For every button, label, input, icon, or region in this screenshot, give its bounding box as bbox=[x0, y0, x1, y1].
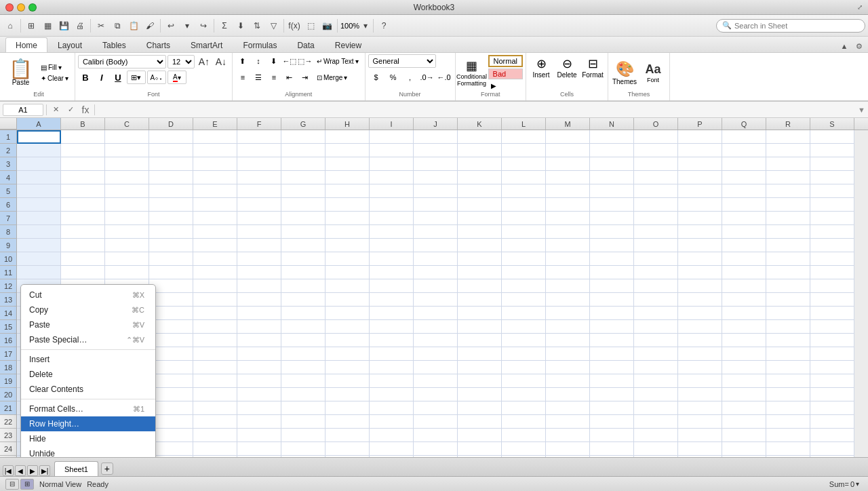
cell-I25[interactable] bbox=[370, 456, 414, 457]
cell-P1[interactable] bbox=[678, 130, 722, 144]
cell-M15[interactable] bbox=[546, 320, 590, 334]
cell-I16[interactable] bbox=[370, 334, 414, 347]
cell-H11[interactable] bbox=[326, 266, 370, 279]
cell-G9[interactable] bbox=[281, 239, 326, 252]
cell-N24[interactable] bbox=[590, 442, 634, 456]
cell-L14[interactable] bbox=[502, 307, 546, 320]
cell-G21[interactable] bbox=[281, 401, 326, 415]
cell-G10[interactable] bbox=[281, 252, 326, 266]
sheet-nav-last[interactable]: ▶| bbox=[39, 465, 50, 476]
row-header-19[interactable]: 19 bbox=[0, 374, 17, 388]
cell-F10[interactable] bbox=[237, 252, 281, 266]
cell-D8[interactable] bbox=[149, 225, 193, 239]
tab-charts[interactable]: Charts bbox=[136, 37, 180, 52]
cell-Q24[interactable] bbox=[722, 442, 766, 456]
cell-R9[interactable] bbox=[766, 239, 810, 252]
cell-J4[interactable] bbox=[414, 171, 458, 184]
merge-button[interactable]: ⊡ Merge ▾ bbox=[313, 71, 351, 84]
cell-R2[interactable] bbox=[766, 144, 810, 157]
cell-F18[interactable] bbox=[237, 361, 281, 374]
ctx-copy[interactable]: Copy ⌘C bbox=[21, 302, 155, 317]
cell-R16[interactable] bbox=[766, 334, 810, 347]
maximize-button[interactable] bbox=[28, 3, 37, 12]
camera-icon[interactable]: 📷 bbox=[319, 18, 334, 33]
cell-P14[interactable] bbox=[678, 307, 722, 320]
cell-G20[interactable] bbox=[281, 388, 326, 401]
cell-I23[interactable] bbox=[370, 429, 414, 442]
cell-J1[interactable] bbox=[414, 130, 458, 144]
cell-R15[interactable] bbox=[766, 320, 810, 334]
add-sheet-button[interactable]: + bbox=[101, 463, 113, 475]
cell-L18[interactable] bbox=[502, 361, 546, 374]
cell-E1[interactable] bbox=[193, 130, 237, 144]
cell-I6[interactable] bbox=[370, 198, 414, 212]
cell-N21[interactable] bbox=[590, 401, 634, 415]
cell-O17[interactable] bbox=[634, 347, 678, 361]
cell-D5[interactable] bbox=[149, 184, 193, 198]
cell-R18[interactable] bbox=[766, 361, 810, 374]
cell-J10[interactable] bbox=[414, 252, 458, 266]
cell-R10[interactable] bbox=[766, 252, 810, 266]
cell-K18[interactable] bbox=[458, 361, 502, 374]
resize-icon[interactable]: ⤢ bbox=[857, 3, 863, 11]
cell-N13[interactable] bbox=[590, 293, 634, 307]
cell-K1[interactable] bbox=[458, 130, 502, 144]
cell-B7[interactable] bbox=[61, 212, 105, 225]
row-header-2[interactable]: 2 bbox=[0, 144, 17, 157]
cell-K20[interactable] bbox=[458, 388, 502, 401]
cell-Q13[interactable] bbox=[722, 293, 766, 307]
cell-A6[interactable] bbox=[17, 198, 61, 212]
cell-J6[interactable] bbox=[414, 198, 458, 212]
cell-I8[interactable] bbox=[370, 225, 414, 239]
cell-C3[interactable] bbox=[105, 157, 149, 171]
cell-N25[interactable] bbox=[590, 456, 634, 457]
cell-K11[interactable] bbox=[458, 266, 502, 279]
cell-P12[interactable] bbox=[678, 279, 722, 293]
cell-H13[interactable] bbox=[326, 293, 370, 307]
sheet-nav-first[interactable]: |◀ bbox=[3, 465, 14, 476]
cell-R8[interactable] bbox=[766, 225, 810, 239]
cell-P6[interactable] bbox=[678, 198, 722, 212]
cell-G7[interactable] bbox=[281, 212, 326, 225]
cell-E18[interactable] bbox=[193, 361, 237, 374]
cell-S5[interactable] bbox=[810, 184, 854, 198]
zoom-dropdown-icon[interactable]: ▾ bbox=[361, 18, 370, 33]
cell-H5[interactable] bbox=[326, 184, 370, 198]
cell-B11[interactable] bbox=[61, 266, 105, 279]
redo-icon[interactable]: ↪ bbox=[196, 18, 211, 33]
ctx-paste[interactable]: Paste ⌘V bbox=[21, 317, 155, 332]
col-header-S[interactable]: S bbox=[810, 118, 854, 130]
cell-Q1[interactable] bbox=[722, 130, 766, 144]
cell-L4[interactable] bbox=[502, 171, 546, 184]
row-header-20[interactable]: 20 bbox=[0, 388, 17, 401]
cell-M8[interactable] bbox=[546, 225, 590, 239]
tab-tables[interactable]: Tables bbox=[92, 37, 136, 52]
cell-C10[interactable] bbox=[105, 252, 149, 266]
search-bar[interactable]: 🔍 bbox=[716, 19, 865, 33]
row-header-12[interactable]: 12 bbox=[0, 279, 17, 293]
cell-Q2[interactable] bbox=[722, 144, 766, 157]
cell-S8[interactable] bbox=[810, 225, 854, 239]
cell-Q22[interactable] bbox=[722, 415, 766, 429]
row-header-14[interactable]: 14 bbox=[0, 307, 17, 320]
cell-K9[interactable] bbox=[458, 239, 502, 252]
clear-button[interactable]: ✦ Clear ▾ bbox=[37, 73, 72, 83]
cell-N23[interactable] bbox=[590, 429, 634, 442]
cell-K5[interactable] bbox=[458, 184, 502, 198]
cell-N19[interactable] bbox=[590, 374, 634, 388]
cell-S18[interactable] bbox=[810, 361, 854, 374]
cell-I14[interactable] bbox=[370, 307, 414, 320]
cell-K15[interactable] bbox=[458, 320, 502, 334]
cell-I3[interactable] bbox=[370, 157, 414, 171]
cell-O8[interactable] bbox=[634, 225, 678, 239]
cell-F17[interactable] bbox=[237, 347, 281, 361]
cell-K2[interactable] bbox=[458, 144, 502, 157]
cell-H19[interactable] bbox=[326, 374, 370, 388]
cell-K8[interactable] bbox=[458, 225, 502, 239]
cell-B10[interactable] bbox=[61, 252, 105, 266]
cell-E25[interactable] bbox=[193, 456, 237, 457]
cell-I4[interactable] bbox=[370, 171, 414, 184]
row-header-15[interactable]: 15 bbox=[0, 320, 17, 334]
cell-I18[interactable] bbox=[370, 361, 414, 374]
borders-button[interactable]: ⊞▾ bbox=[127, 71, 146, 84]
